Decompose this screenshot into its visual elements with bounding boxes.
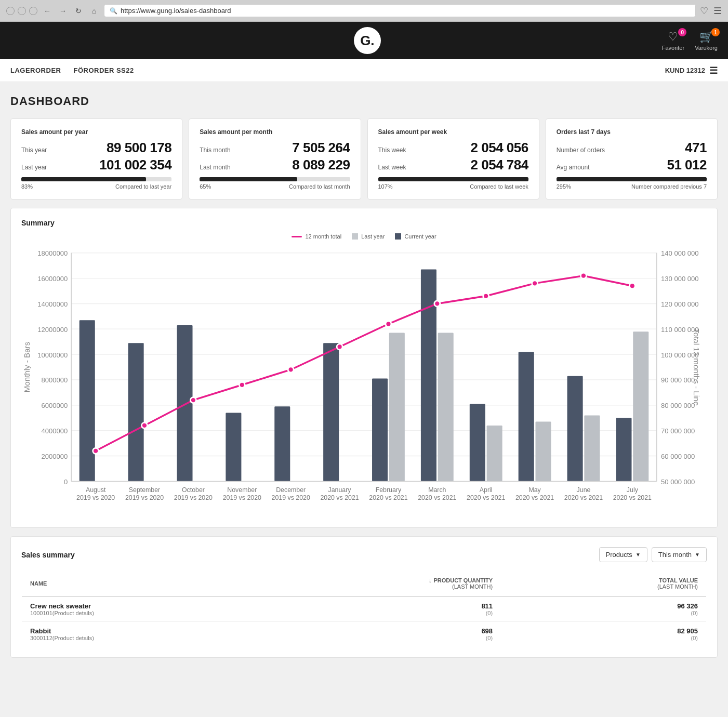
cart-badge: 1 [711, 28, 720, 36]
svg-rect-61 [535, 422, 551, 482]
chart-outer: 1800000016000000140000001200000010000000… [21, 246, 707, 517]
product-val-sub-0: (0) [509, 610, 698, 616]
chart-section: Summary 12 month total Last year Current… [10, 208, 718, 528]
svg-point-72 [93, 448, 99, 454]
svg-rect-48 [372, 379, 388, 482]
svg-rect-53 [438, 333, 454, 482]
nav-item-fororder[interactable]: FÖRORDER SS22 [73, 60, 134, 81]
kpi-bar-fill-3 [557, 177, 707, 181]
nav-item-lagerorder[interactable]: LAGERORDER [10, 60, 61, 81]
browser-dot-green[interactable] [29, 7, 37, 15]
svg-rect-64 [567, 376, 583, 482]
reload-button[interactable]: ↻ [73, 5, 84, 17]
svg-text:130 000 000: 130 000 000 [661, 275, 699, 283]
svg-point-73 [142, 422, 148, 428]
product-qty-1: 698 [304, 627, 493, 635]
summary-table: NAME ↓PRODUCT QUANTITY(LAST MONTH) TOTAL… [21, 570, 707, 647]
kpi-title-1: Sales amount per month [200, 128, 350, 136]
product-qty-sub-0: (0) [304, 610, 493, 616]
kpi-pct-3: 295% [557, 183, 571, 190]
svg-text:0: 0 [64, 478, 68, 486]
nav-left: LAGERORDER FÖRORDER SS22 [10, 60, 134, 81]
chart-legend: 12 month total Last year Current year [21, 233, 707, 240]
cart-label: Varukorg [695, 45, 718, 51]
app-header: G. ♡ 0 Favoriter 🛒 1 Varukorg [0, 22, 728, 59]
forward-button[interactable]: → [57, 5, 69, 17]
legend-line: 12 month total [292, 233, 341, 240]
svg-text:2020 vs 2021: 2020 vs 2021 [369, 494, 407, 501]
svg-text:August: August [86, 486, 106, 494]
legend-bar-light-icon [352, 233, 358, 240]
kpi-value2-2: 2 054 784 [471, 157, 528, 173]
kpi-title-2: Sales amount per week [378, 128, 528, 136]
kpi-footer-text-2: Compared to last week [470, 183, 528, 190]
svg-text:2020 vs 2021: 2020 vs 2021 [320, 494, 359, 501]
home-button[interactable]: ⌂ [88, 5, 100, 17]
svg-rect-69 [633, 331, 648, 481]
svg-text:November: November [227, 486, 257, 494]
kpi-bar-1 [200, 177, 350, 181]
back-button[interactable]: ← [42, 5, 53, 17]
svg-text:March: March [428, 486, 446, 494]
products-dropdown[interactable]: Products ▼ [599, 547, 647, 562]
svg-text:6000000: 6000000 [42, 402, 68, 409]
menu-icon[interactable]: ☰ [713, 5, 722, 17]
heart-icon[interactable]: ♡ [700, 5, 708, 17]
legend-bar-dark-label: Current year [404, 233, 436, 240]
svg-text:September: September [129, 486, 160, 494]
svg-text:10000000: 10000000 [37, 351, 68, 359]
hamburger-icon[interactable]: ☰ [709, 65, 718, 76]
svg-text:120 000 000: 120 000 000 [661, 300, 699, 308]
kpi-card-3: Orders last 7 days Number of orders 471 … [546, 118, 718, 200]
kpi-footer-1: 65% Compared to last month [200, 183, 350, 190]
svg-text:2020 vs 2021: 2020 vs 2021 [515, 494, 554, 501]
svg-text:2020 vs 2021: 2020 vs 2021 [613, 494, 652, 501]
svg-text:18000000: 18000000 [37, 249, 68, 257]
browser-dot-red[interactable] [6, 7, 15, 15]
cart-button[interactable]: 🛒 1 Varukorg [695, 30, 718, 51]
period-dropdown[interactable]: This month ▼ [652, 547, 707, 562]
svg-text:60 000 000: 60 000 000 [661, 453, 695, 460]
product-name-cell-0: Crew neck sweater 1000101(Product detail… [22, 596, 296, 622]
kpi-value2-3: 51 012 [667, 157, 707, 173]
svg-text:2019 vs 2020: 2019 vs 2020 [174, 494, 213, 501]
svg-text:January: January [328, 486, 352, 494]
table-header-row: NAME ↓PRODUCT QUANTITY(LAST MONTH) TOTAL… [22, 571, 707, 597]
kpi-row2-2: Last week 2 054 784 [378, 157, 528, 173]
legend-line-label: 12 month total [305, 233, 341, 240]
kpi-footer-text-1: Compared to last month [289, 183, 350, 190]
address-bar[interactable]: 🔍 https://www.gung.io/sales-dashboard [104, 4, 696, 17]
svg-rect-68 [616, 418, 631, 481]
kpi-value1-1: 7 505 264 [292, 140, 350, 156]
browser-dot-yellow[interactable] [18, 7, 26, 15]
legend-bar-dark: Current year [395, 233, 436, 240]
summary-title: Sales summary [21, 551, 75, 559]
svg-text:90 000 000: 90 000 000 [661, 376, 695, 384]
kpi-footer-text-0: Compared to last year [115, 183, 171, 190]
kpi-row: Sales amount per year This year 89 500 1… [10, 118, 718, 200]
kpi-title-0: Sales amount per year [21, 128, 171, 136]
legend-bar-dark-icon [395, 233, 401, 240]
svg-text:2020 vs 2021: 2020 vs 2021 [418, 494, 456, 501]
kpi-row1-1: This month 7 505 264 [200, 140, 350, 156]
svg-text:October: October [182, 486, 205, 494]
kpi-card-1: Sales amount per month This month 7 505 … [189, 118, 361, 200]
browser-chrome: ← → ↻ ⌂ 🔍 https://www.gung.io/sales-dash… [0, 0, 728, 22]
product-link-0[interactable]: (Product details) [52, 610, 94, 616]
svg-point-80 [483, 293, 489, 299]
kpi-bar-fill-1 [200, 177, 297, 181]
logo-circle: G. [354, 27, 381, 54]
favorites-button[interactable]: ♡ 0 Favoriter [662, 30, 684, 51]
kpi-value2-1: 8 089 229 [292, 157, 350, 173]
page-title: DASHBOARD [10, 95, 718, 108]
svg-rect-65 [584, 415, 600, 481]
svg-rect-52 [421, 269, 436, 481]
summary-controls: Products ▼ This month ▼ [599, 547, 707, 562]
kpi-label2-0: Last year [21, 164, 47, 171]
product-qty-sub-1: (0) [304, 635, 493, 641]
svg-text:16000000: 16000000 [37, 275, 68, 283]
product-id-0: 1000101(Product details) [30, 610, 287, 616]
kpi-label1-3: Number of orders [557, 147, 605, 154]
svg-text:Monthly - Bars: Monthly - Bars [23, 341, 32, 392]
product-link-1[interactable]: (Product details) [52, 635, 94, 641]
